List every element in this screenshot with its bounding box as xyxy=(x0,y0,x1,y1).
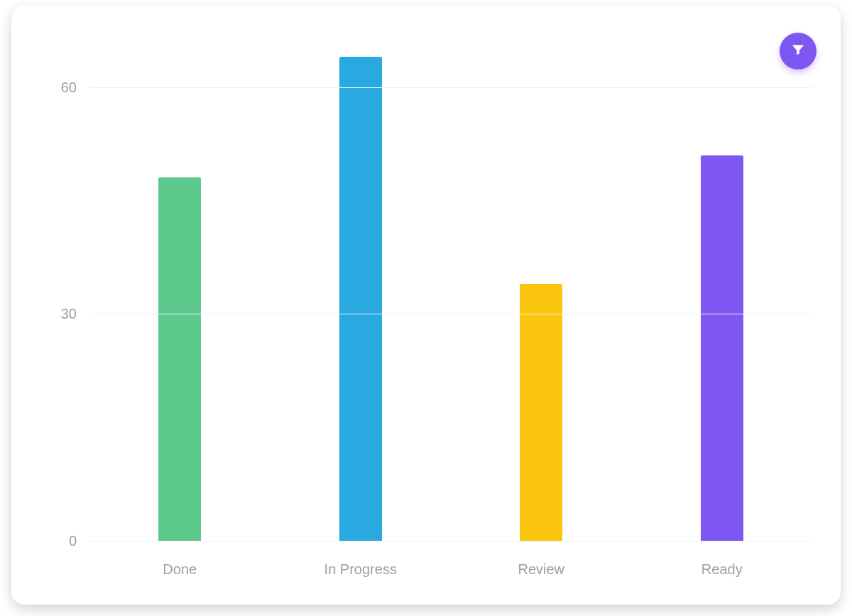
x-label: Done xyxy=(89,561,271,578)
y-tick-label: 60 xyxy=(61,79,77,95)
x-label: In Progress xyxy=(271,561,452,578)
bar-in-progress[interactable] xyxy=(339,57,382,541)
chart-gridline xyxy=(89,541,812,541)
x-label: Review xyxy=(451,561,632,578)
chart-gridline xyxy=(89,314,812,314)
y-tick-label: 0 xyxy=(69,533,77,549)
bar-review[interactable] xyxy=(520,284,562,541)
y-tick-label: 30 xyxy=(61,306,77,322)
bar-slot xyxy=(271,34,452,541)
x-label: Ready xyxy=(632,561,813,578)
chart-bars xyxy=(89,34,812,541)
bar-slot xyxy=(632,34,813,541)
chart-card: 03060 DoneIn ProgressReviewReady xyxy=(11,6,841,605)
chart-plot-area: 03060 xyxy=(89,34,812,541)
bar-ready[interactable] xyxy=(701,155,743,541)
bar-slot xyxy=(89,34,271,541)
bar-slot xyxy=(451,34,632,541)
chart-gridline xyxy=(89,87,812,88)
chart-x-axis: DoneIn ProgressReviewReady xyxy=(89,561,812,578)
bar-done[interactable] xyxy=(158,177,201,541)
